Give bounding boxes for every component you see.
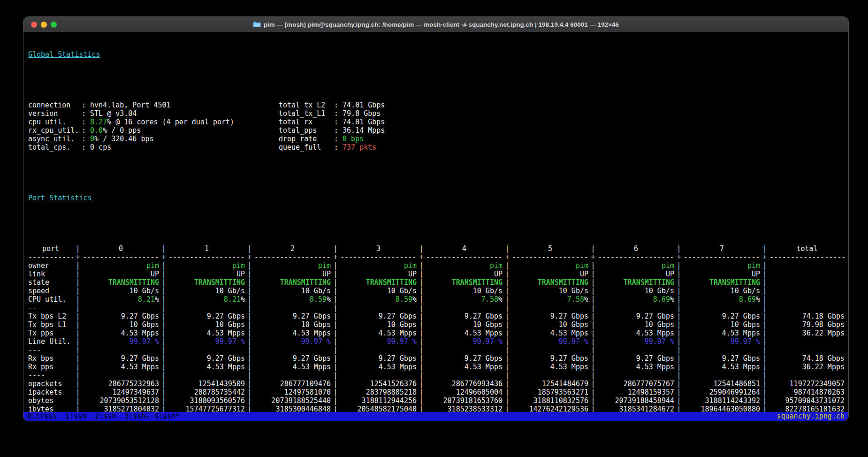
column-separator: | [503,244,512,253]
terminal-screen[interactable]: Global Statistics connection: hvn4.lab, … [23,32,848,412]
column-separator: | [73,278,83,287]
column-separator: + [588,253,598,261]
cell: 4.53 Mpps [340,363,417,371]
column-separator: | [159,371,168,380]
stat-value: 36.14 Mpps [343,126,385,135]
column-separator: | [73,295,83,304]
column-separator: | [73,354,83,363]
stat-connection: connection: hvn4.lab, Port 4501 [28,101,279,109]
stat-value-highlight: 0 [90,135,94,143]
cell: 12498159357 [598,388,674,396]
cell: 8.21% [168,295,245,304]
cell: 9.27 Gbps [168,312,245,320]
column-separator: | [73,270,83,278]
minimize-button[interactable] [41,22,47,28]
cell: pim [598,261,674,270]
cell: 10 Gbps [83,320,159,329]
cell: 286777075767 [598,380,674,388]
column-separator: | [417,312,426,320]
cell-value: 8.59 [396,295,412,304]
cell: 9.27 Gbps [426,354,503,363]
column-separator: | [159,405,168,412]
cell: 259046991264 [684,388,760,396]
cell-total [769,304,845,312]
close-button[interactable] [31,22,37,28]
row-link: link|UP|UP|UP|UP|UP|UP|UP|UP| [28,270,848,278]
global-stat-row: async_util.: 0% / 320.46 bpsdrop_rate: 0… [28,135,848,143]
cell [83,371,159,380]
column-separator: | [588,329,598,337]
cell: 99.97 % [512,337,588,346]
rule-dashes: ---------------------- [598,253,674,261]
stat-label: total_pps [279,126,334,135]
column-separator: | [588,354,598,363]
cell: 9.27 Gbps [168,354,245,363]
cell: 10 Gbps [598,320,674,329]
zoom-button[interactable] [51,22,57,28]
col-header-5: 5 [512,244,588,253]
stat-label: rx_cpu_util. [28,126,82,135]
cell: 15747725677312 [168,405,245,412]
column-separator: | [159,278,168,287]
port-stats-heading: Port Statistics [28,194,91,202]
cell [168,346,245,354]
column-separator: | [245,329,254,337]
cell-total [769,346,845,354]
column-separator: | [159,363,168,371]
cell-total [769,295,845,304]
folder-icon [253,21,261,28]
cell: 20739181653760 [426,396,503,405]
column-separator: | [417,287,426,295]
stat-cpu-util: cpu_util.: 8.27% @ 16 cores (4 per dual … [28,118,279,126]
column-separator: | [73,363,83,371]
column-separator: | [73,244,83,253]
column-separator: | [760,346,769,354]
terminal-window: pim — [mosh] pim@squanchy.ipng.ch: /home… [23,17,848,421]
stat-total-tx-L1: total_tx_L1: 79.8 Gbps [279,109,381,118]
cell: 185793563271 [512,388,588,396]
window-titlebar[interactable]: pim — [mosh] pim@squanchy.ipng.ch: /home… [23,17,848,32]
cell: 9.27 Gbps [83,312,159,320]
stat-value: 0 cps [90,143,111,152]
cell: 9.27 Gbps [684,312,760,320]
col-header-port: port [28,244,73,253]
column-separator: | [503,304,512,312]
cell-value: 8.59 [310,295,327,304]
cell: 3185238533312 [426,405,503,412]
column-separator: | [674,312,684,320]
global-stat-row: version: STL @ v3.04total_tx_L1: 79.8 Gb… [28,109,848,118]
column-separator: | [760,270,769,278]
cell-total: 36.22 Mpps [769,329,845,337]
column-separator: | [159,388,168,396]
cell-total: 82278165101632 [769,405,845,412]
row-label: link [28,270,73,278]
column-separator: | [159,380,168,388]
column-separator: | [503,329,512,337]
column-separator: | [245,396,254,405]
column-separator: | [674,278,684,287]
row-label: ibytes [28,405,73,412]
column-separator: | [674,380,684,388]
cell: 286777109476 [254,380,331,388]
cell: TRANSMITTING [340,278,417,287]
cell: 20739188525440 [254,396,331,405]
column-separator: | [73,405,83,412]
cell: 9.27 Gbps [340,312,417,320]
column-separator: | [588,337,598,346]
cell: UP [684,270,760,278]
tmux-hostname: squanchy.ipng.ch [777,412,845,421]
cell: 12541484679 [512,380,588,388]
cell: pim [512,261,588,270]
stat-value: 74.01 Gbps [343,118,385,126]
cell: pim [254,261,331,270]
column-separator: | [674,261,684,270]
port-table-header: port|0|1|2|3|4|5|6|7|total [28,244,848,253]
column-separator: | [245,405,254,412]
column-separator: | [73,312,83,320]
row-label: opackets [28,380,73,388]
column-separator: | [674,270,684,278]
stat-queue-full: queue_full: 737 pkts [279,143,376,152]
tmux-window-list[interactable]: 0:irssi 1:ssh 2:ssh 3:ssh- 4:ssh* [27,412,180,421]
column-separator: | [417,270,426,278]
stat-colon: : [82,118,90,126]
